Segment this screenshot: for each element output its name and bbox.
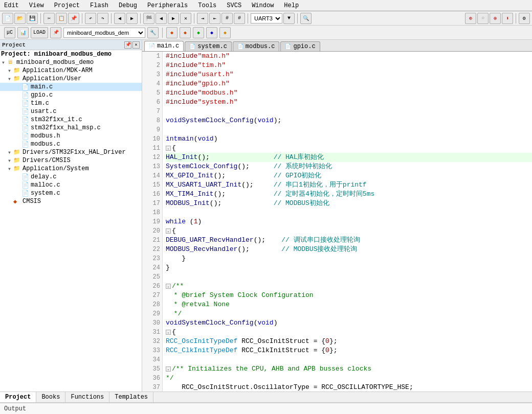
tree-item-stm32-it[interactable]: 📄 stm32f1xx_it.c: [0, 116, 142, 124]
paste-button[interactable]: 📌: [68, 13, 79, 24]
indent-m-button[interactable]: #: [221, 13, 233, 24]
code-line-7: [166, 107, 532, 116]
ln-29: 29: [144, 309, 160, 318]
ln-11: 11: [144, 144, 160, 153]
copy-button[interactable]: 📋: [56, 13, 67, 24]
ln-32: 32: [144, 337, 160, 346]
tree-item-malloc-c[interactable]: 📄 malloc.c: [0, 181, 142, 189]
tree-item-drivers-cmsis[interactable]: ▼ 📁 Drivers/CMSIS: [0, 156, 142, 165]
tab-system-c-label: system.c: [197, 43, 227, 50]
ln-28: 28: [144, 300, 160, 309]
tree-item-main-c[interactable]: 📄 main.c: [0, 83, 142, 91]
redo-button[interactable]: ↷: [97, 13, 108, 24]
chip-btn4[interactable]: ◆: [206, 27, 217, 38]
ln-20: 20: [144, 226, 160, 236]
tree-item-delay-c[interactable]: 📄 delay.c: [0, 173, 142, 181]
uart-config-button[interactable]: ▼: [283, 13, 295, 24]
load-button[interactable]: LOAD: [31, 27, 48, 38]
sep4: [140, 13, 141, 24]
ln-12: 12: [144, 153, 160, 162]
menu-help[interactable]: Help: [282, 2, 301, 9]
ln-34: 34: [144, 355, 160, 364]
outdent-button[interactable]: ⇤: [209, 13, 220, 24]
code-line-35: -/** Initializes the CPU, AHB and APB bu…: [166, 364, 532, 374]
flash-button[interactable]: ⬇: [502, 13, 513, 24]
sidebar-pin-button[interactable]: 📌: [124, 41, 131, 49]
chip-btn5[interactable]: ◆: [219, 27, 231, 38]
tree-item-gpio-c[interactable]: 📄 gpio.c: [0, 91, 142, 99]
build-button[interactable]: ○: [477, 13, 489, 24]
tree-item-app-system[interactable]: ▼ 📁 Application/System: [0, 165, 142, 173]
menu-debug[interactable]: Debug: [117, 2, 139, 9]
mcu-button[interactable]: μC: [4, 27, 15, 38]
tree-item-tim-c[interactable]: 📄 tim.c: [0, 99, 142, 107]
chip-btn1[interactable]: ◆: [166, 27, 178, 38]
bottom-tab-project[interactable]: Project: [0, 392, 36, 402]
nav-fwd-button[interactable]: ▶: [126, 13, 138, 24]
tab-system-c[interactable]: 📄 system.c: [185, 41, 232, 51]
chip-btn2[interactable]: ◆: [180, 27, 191, 38]
rebuild-button[interactable]: ⊗: [490, 13, 501, 24]
counter-button[interactable]: 📌: [50, 27, 61, 38]
search-button[interactable]: 🔍: [300, 13, 312, 24]
tree-item-modbus-h[interactable]: 📄 modbus.h: [0, 132, 142, 140]
main-layout: Project 📌 ✕ Project: miniboard_modbus_de…: [0, 40, 532, 392]
fold-btn-31[interactable]: -: [166, 330, 171, 335]
bottom-tab-functions[interactable]: Functions: [65, 392, 109, 402]
project-settings-button[interactable]: 🔧: [147, 27, 159, 38]
nav-back-button[interactable]: ◀: [114, 13, 125, 24]
code-line-34: [166, 355, 532, 364]
settings-button[interactable]: ⚙: [519, 13, 530, 24]
cut-button[interactable]: ✂: [43, 13, 55, 24]
tab-gpio-c[interactable]: 📄 gpio.c: [280, 41, 320, 51]
tree-item-drivers-hal[interactable]: ▼ 📁 Drivers/STM32F1xx_HAL_Driver: [0, 148, 142, 156]
tab-modbus-c[interactable]: 📄 modbus.c: [233, 41, 280, 51]
tree-item-stm32-hal[interactable]: 📄 stm32f1xx_hal_msp.c: [0, 124, 142, 132]
menu-view[interactable]: View: [27, 2, 46, 9]
fold-btn-11[interactable]: -: [166, 146, 171, 151]
menu-flash[interactable]: Flash: [88, 2, 110, 9]
tree-item-system-c[interactable]: 📄 system.c: [0, 189, 142, 197]
menu-window[interactable]: Window: [250, 2, 276, 9]
uart-select[interactable]: UART3: [251, 13, 282, 24]
tree-item-modbus-c[interactable]: 📄 modbus.c: [0, 140, 142, 148]
code-line-22: MODBUS_RecvHandler(); // MODBUS接收处理轮询: [166, 245, 532, 254]
stack-button[interactable]: 📊: [17, 27, 29, 38]
fold-btn-26[interactable]: -: [166, 284, 171, 289]
project-select[interactable]: miniboard_modbus_dem: [63, 28, 145, 38]
bookmark-button[interactable]: 🏁: [143, 13, 154, 24]
fold-btn-20[interactable]: -: [166, 228, 171, 234]
tree-item-app-user[interactable]: ▼ 📁 Application/User: [0, 75, 142, 83]
menu-project[interactable]: Project: [52, 2, 82, 9]
bottom-tab-templates[interactable]: Templates: [109, 392, 153, 402]
save-button[interactable]: 💾: [27, 13, 38, 24]
outdent-m-button[interactable]: #: [234, 13, 245, 24]
fold-btn-35[interactable]: -: [166, 366, 171, 372]
menu-svcs[interactable]: SVCS: [225, 2, 243, 9]
chip-btn3[interactable]: ◆: [193, 27, 204, 38]
tab-main-c[interactable]: 📄 main.c: [144, 41, 184, 51]
sidebar: Project 📌 ✕ Project: miniboard_modbus_de…: [0, 40, 142, 392]
line-numbers: 1 2 3 4 5 6 7 8 9 10 11 12 13 14 15 16 1…: [142, 52, 163, 392]
ln-17: 17: [144, 199, 160, 208]
code-line-14: MX_GPIO_Init(); // GPIO初始化: [166, 171, 532, 180]
menu-tools[interactable]: Tools: [196, 2, 218, 9]
new-file-button[interactable]: 📄: [2, 13, 13, 24]
sidebar-close-button[interactable]: ✕: [132, 41, 140, 49]
tree-item-usart-c[interactable]: 📄 usart.c: [0, 107, 142, 116]
tree-item-cmsis[interactable]: ◆ CMSIS: [0, 197, 142, 205]
undo-button[interactable]: ↶: [85, 13, 96, 24]
indent-button[interactable]: ⇥: [197, 13, 208, 24]
menu-peripherals[interactable]: Peripherals: [145, 2, 190, 9]
sep8: [516, 13, 516, 24]
bookmark-next[interactable]: ▶: [168, 13, 179, 24]
bottom-tab-books[interactable]: Books: [36, 392, 65, 402]
menu-edit[interactable]: Edit: [2, 2, 21, 9]
code-line-10: int main(void): [166, 134, 532, 144]
open-file-button[interactable]: 📂: [14, 13, 26, 24]
bookmark-prev[interactable]: ◀: [156, 13, 167, 24]
tree-item-miniboard[interactable]: ▼ 🖥 miniboard_modbus_demo: [0, 58, 142, 66]
target-button[interactable]: ⊕: [465, 13, 476, 24]
tree-item-mdk-arm[interactable]: ▼ 📁 Application/MDK-ARM: [0, 66, 142, 75]
bookmark-clear[interactable]: ✕: [180, 13, 191, 24]
